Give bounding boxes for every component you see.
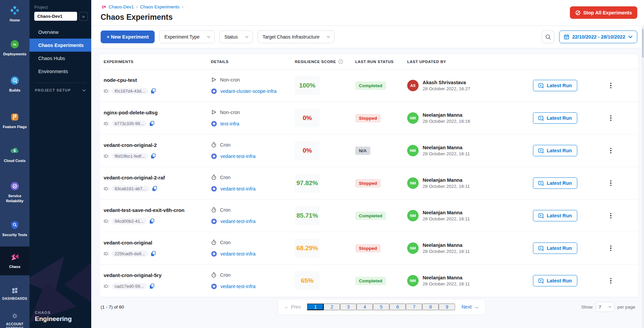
infrastructure-link[interactable]: vedant-test-infra (220, 154, 256, 159)
experiment-name[interactable]: nginx-pod-delete-u8sg (104, 110, 211, 115)
row-menu-kebab-icon[interactable] (608, 211, 613, 221)
copy-id-button[interactable] (149, 121, 155, 126)
ban-icon (575, 10, 581, 15)
filter-target-infrastructure[interactable]: Target Chaos Infrastructure (258, 31, 335, 43)
latest-run-button[interactable]: Latest Run (533, 242, 577, 254)
sidebar-item-overview[interactable]: Overview (30, 25, 91, 39)
page-number-button[interactable]: 2 (324, 304, 340, 310)
next-page-button[interactable]: Next → (455, 299, 485, 315)
page-number-button[interactable]: 4 (357, 304, 373, 310)
page-number-button[interactable]: 9 (439, 304, 455, 310)
vertical-scrollbar[interactable] (642, 26, 644, 328)
breadcrumb-link-project[interactable]: Chaos-Dev1 (109, 4, 134, 9)
stop-all-experiments-button[interactable]: Stop All Experiments (570, 6, 637, 19)
page-number-button[interactable]: 7 (406, 304, 422, 310)
cron-icon (211, 239, 217, 245)
rail-item-cloud-costs[interactable]: $ Cloud Costs (0, 142, 30, 167)
rail-item-feature-flags[interactable]: Feature Flags (0, 108, 30, 133)
row-menu-kebab-icon[interactable] (608, 146, 613, 156)
last-run-status-cell: Stopped (355, 244, 407, 253)
rail-item-home[interactable]: Home (0, 1, 30, 26)
latest-run-button[interactable]: Latest Run (533, 80, 577, 91)
page-number-button[interactable]: 8 (422, 304, 439, 310)
infrastructure-link[interactable]: vedant-test-infra (220, 219, 256, 224)
row-menu-kebab-icon[interactable] (608, 113, 613, 123)
page-number-button[interactable]: 3 (340, 304, 357, 310)
user-name: Neelanjan Manna (423, 275, 470, 280)
copy-id-button[interactable] (152, 186, 157, 192)
infrastructure-link[interactable]: vedant-cluster-scope-infra (220, 89, 277, 94)
experiment-name[interactable]: vedant-cron-original-5ry (104, 272, 211, 278)
latest-run-button[interactable]: Latest Run (533, 177, 577, 189)
table-body: node-cpu-test ID: f0c187d4-43d... Non-cr… (100, 69, 638, 297)
rail-item-account-settings[interactable]: ACCOUNT SETTINGS (0, 308, 30, 328)
latest-run-button[interactable]: Latest Run (533, 210, 577, 221)
row-menu-kebab-icon[interactable] (608, 178, 613, 188)
copy-icon (150, 88, 156, 94)
latest-run-button[interactable]: Latest Run (533, 275, 577, 286)
brand-module-subname: Engineering (35, 315, 91, 323)
rail-item-chaos[interactable]: Chaos (0, 247, 30, 275)
experiment-name[interactable]: vedant-cron-original-2-raf (104, 175, 211, 180)
page-size-select[interactable]: 7 (596, 302, 614, 312)
experiment-cell: vedant-cron-original-2-raf ID: 83cab181-… (104, 175, 211, 192)
experiment-name[interactable]: vedant-cron-original (104, 240, 211, 245)
page-number-button[interactable]: 6 (389, 304, 406, 310)
filter-experiment-type[interactable]: Experiment Type (159, 31, 215, 43)
sidebar-item-chaos-hubs[interactable]: Chaos Hubs (30, 52, 91, 65)
rail-item-label: Service Reliability (1, 194, 29, 203)
schedule-type-label: Cron (220, 142, 230, 148)
experiment-id-chip: 94cd00b2-41... (112, 218, 147, 224)
sidebar-item-chaos-experiments[interactable]: Chaos Experiments (30, 39, 91, 52)
infrastructure-link[interactable]: vedant-test-infra (220, 186, 256, 192)
copy-id-button[interactable] (150, 251, 156, 257)
cron-icon (211, 272, 217, 278)
infrastructure-link[interactable]: vedant-test-infra (220, 251, 256, 257)
project-select-input[interactable]: Chaos-Dev1 (34, 12, 77, 21)
table-row: vedant-cron-original-2-raf ID: 83cab181-… (100, 167, 638, 200)
latest-run-button[interactable]: Latest Run (533, 145, 577, 156)
experiment-name[interactable]: vedant-cron-original-2 (104, 142, 211, 148)
copy-id-button[interactable] (150, 153, 156, 159)
last-run-status-cell: Stopped (355, 179, 407, 187)
latest-run-label: Latest Run (547, 148, 572, 153)
prev-page-button[interactable]: ← Prev (278, 299, 307, 315)
latest-run-button[interactable]: Latest Run (533, 112, 577, 124)
infrastructure-link[interactable]: vedant-test-infra (220, 284, 256, 289)
schedule-type-label: Cron (220, 175, 230, 180)
project-setup-toggle[interactable]: PROJECT SETUP (30, 83, 91, 92)
experiment-name[interactable]: vedant-test-save-nd-exit-v8h-cron (104, 207, 211, 213)
stop-all-label: Stop All Experiments (583, 10, 632, 15)
infrastructure-link[interactable]: test-infra (220, 121, 239, 126)
latest-run-label: Latest Run (547, 115, 572, 121)
details-cell: Cron vedant-test-infra (211, 174, 295, 192)
experiment-name[interactable]: node-cpu-test (104, 77, 211, 83)
page-number-button[interactable]: 1 (307, 304, 324, 310)
rail-item-security-tests[interactable]: Security Tests (0, 216, 30, 241)
row-menu-kebab-icon[interactable] (608, 81, 613, 91)
sidebar-item-environments[interactable]: Environments (30, 65, 91, 78)
rail-item-deployments[interactable]: ∞ Deployments (0, 35, 30, 60)
rail-item-builds[interactable]: Builds (0, 71, 30, 97)
filter-status[interactable]: Status (219, 31, 253, 43)
copy-icon (150, 153, 156, 159)
page-number-button[interactable]: 5 (373, 304, 389, 310)
copy-id-button[interactable] (150, 88, 156, 94)
rail-item-service-reliability[interactable]: Service Reliability (0, 177, 30, 207)
rail-item-dashboards[interactable]: DASHBOARDS (0, 283, 30, 305)
new-experiment-button[interactable]: + New Experiment (101, 31, 155, 43)
breadcrumb-link-experiments[interactable]: Chaos Experiments (140, 4, 179, 9)
row-menu-kebab-icon[interactable] (608, 276, 613, 286)
updated-timestamp: 28 October 2022, 16:11 (423, 184, 470, 189)
row-actions-cell (583, 211, 638, 221)
date-range-picker[interactable]: 22/10/2022 - 28/10/2022 (559, 31, 637, 43)
row-menu-kebab-icon[interactable] (608, 243, 613, 253)
info-icon[interactable] (338, 59, 343, 64)
filter-label: Experiment Type (164, 34, 200, 40)
search-button[interactable] (542, 31, 554, 43)
run-icon (538, 83, 544, 88)
copy-id-button[interactable] (149, 218, 155, 224)
scrollbar-thumb[interactable] (642, 29, 644, 58)
copy-id-button[interactable] (149, 283, 155, 289)
sidebar-collapse-button[interactable]: » (79, 12, 88, 21)
